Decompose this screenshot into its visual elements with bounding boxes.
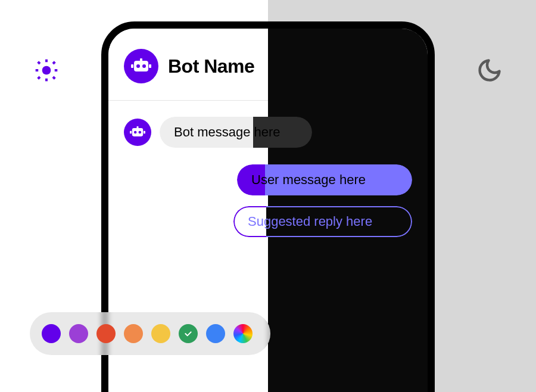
color-swatch-5[interactable] <box>179 324 198 343</box>
svg-line-7 <box>38 77 40 79</box>
bot-name-title: Bot Name <box>168 55 254 77</box>
header-divider <box>108 100 268 101</box>
color-swatch-4[interactable] <box>151 324 170 343</box>
svg-rect-13 <box>149 64 151 68</box>
svg-point-11 <box>142 64 146 68</box>
svg-line-4 <box>53 77 55 79</box>
color-swatch-3[interactable] <box>124 324 143 343</box>
chat-header: Bot Name <box>124 49 254 83</box>
svg-rect-14 <box>140 58 142 61</box>
check-icon <box>183 329 193 338</box>
svg-point-0 <box>42 66 51 75</box>
svg-line-8 <box>53 62 55 64</box>
bot-avatar-message <box>124 119 151 146</box>
svg-rect-15 <box>132 128 143 136</box>
bot-message-bubble: Bot message here <box>160 117 312 148</box>
sun-icon[interactable] <box>33 57 60 86</box>
svg-rect-18 <box>130 131 132 134</box>
moon-icon[interactable] <box>476 57 503 86</box>
color-swatch-6[interactable] <box>206 324 225 343</box>
bot-message-text: Bot message here <box>160 125 281 140</box>
svg-rect-9 <box>134 61 148 71</box>
color-swatch-7[interactable] <box>233 324 253 343</box>
svg-point-17 <box>139 131 142 134</box>
color-palette <box>30 312 270 355</box>
svg-point-10 <box>136 64 140 68</box>
suggested-reply-text: Suggested reply here <box>233 206 412 237</box>
svg-rect-20 <box>136 126 138 129</box>
user-message-text: User message here <box>237 164 412 195</box>
bot-icon <box>130 126 145 138</box>
bot-message-row: Bot message here <box>124 117 312 148</box>
color-swatch-2[interactable] <box>96 324 116 343</box>
color-swatch-0[interactable] <box>42 324 61 343</box>
svg-line-3 <box>38 62 40 64</box>
svg-rect-12 <box>131 64 133 68</box>
svg-rect-19 <box>144 131 145 134</box>
user-message-bubble: User message here <box>237 164 412 195</box>
color-swatch-1[interactable] <box>69 324 88 343</box>
svg-point-16 <box>134 131 137 134</box>
bot-avatar-header <box>124 49 158 83</box>
bot-icon <box>131 58 151 74</box>
suggested-reply-button[interactable]: Suggested reply here <box>233 206 412 237</box>
